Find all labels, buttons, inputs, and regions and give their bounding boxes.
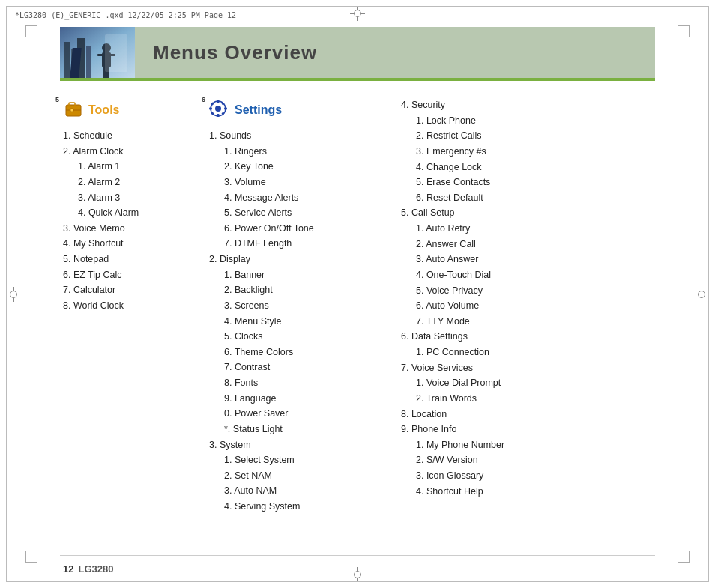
tools-list: 1. Schedule2. Alarm Clock1. Alarm 12. Al…: [60, 128, 206, 314]
settings-list-item: 5. Service Alerts: [209, 205, 386, 221]
settings-list-item: 6. Theme Colors: [209, 345, 386, 360]
tools-list-item: 3. Voice Memo: [63, 221, 206, 237]
header-title: Menus Overview: [153, 41, 317, 64]
top-bar: *LG3280-(E)_GENERIC .qxd 12/22/05 2:25 P…: [6, 6, 709, 25]
settings-list-item: 4. Message Alerts: [209, 190, 386, 206]
svg-rect-21: [209, 108, 212, 110]
security-list: 4. Security1. Lock Phone2. Restrict Call…: [401, 97, 655, 499]
footer: 12 LG3280: [60, 555, 655, 582]
right-list-item: 5. Erase Contacts: [401, 175, 655, 190]
right-list-item: 1. Lock Phone: [401, 113, 655, 129]
tools-number: 5: [55, 96, 59, 103]
settings-list-item: 1. Select System: [209, 452, 386, 468]
settings-list-item: 7. DTMF Length: [209, 236, 386, 252]
tools-list-item: 1. Schedule: [63, 128, 206, 144]
settings-icon: [206, 97, 230, 120]
tools-column: 5 Tools 1. Schedule2. Alarm Clock1. Alar…: [60, 88, 206, 551]
svg-rect-9: [109, 54, 115, 56]
svg-rect-12: [60, 27, 135, 78]
right-list-item: 1. Auto Retry: [401, 221, 655, 237]
tools-list-item: 3. Alarm 3: [63, 190, 206, 206]
right-list-item: 4. Change Lock: [401, 160, 655, 175]
right-list-item: 7. Voice Services: [401, 360, 655, 376]
svg-rect-22: [224, 108, 227, 110]
right-list-item: 2. S/W Version: [401, 452, 655, 468]
settings-number: 6: [202, 96, 205, 103]
settings-list-item: 2. Display: [209, 252, 386, 267]
right-list-item: 2. Answer Call: [401, 237, 655, 252]
header: Menus Overview: [60, 27, 655, 78]
svg-rect-3: [71, 49, 76, 78]
settings-list-item: 9. Language: [209, 391, 386, 407]
right-list-item: 3. Auto Answer: [401, 252, 655, 267]
tools-list-item: 1. Alarm 1: [63, 159, 206, 175]
right-list-item: 5. Call Setup: [401, 205, 655, 221]
right-list-item: 3. Icon Glossary: [401, 468, 655, 484]
right-list-item: 6. Reset Default: [401, 190, 655, 206]
page-number: 12: [63, 563, 73, 575]
tools-section-header: 5 Tools: [60, 97, 206, 122]
tools-list-item: 6. EZ Tip Calc: [63, 267, 206, 283]
right-list-item: 3. Emergency #s: [401, 144, 655, 160]
tools-list-item: 4. My Shortcut: [63, 236, 206, 252]
right-column: 4. Security1. Lock Phone2. Restrict Call…: [386, 88, 655, 551]
right-list-item: 2. Train Words: [401, 391, 655, 407]
settings-column: 6 Settings 1. Sounds1. Ri: [206, 88, 386, 551]
tools-list-item: 2. Alarm Clock: [63, 144, 206, 160]
settings-list-item: 2. Set NAM: [209, 468, 386, 484]
settings-list-item: 1. Banner: [209, 267, 386, 283]
settings-title: Settings: [235, 103, 282, 117]
right-list-item: 6. Data Settings: [401, 329, 655, 345]
settings-list-item: 8. Fonts: [209, 375, 386, 391]
top-bar-text: *LG3280-(E)_GENERIC .qxd 12/22/05 2:25 P…: [15, 11, 236, 19]
header-image-svg: [60, 27, 135, 78]
right-list-item: 5. Voice Privacy: [401, 283, 655, 299]
settings-list-item: 4. Serving System: [209, 499, 386, 515]
accent-bar: [60, 78, 655, 81]
svg-rect-19: [217, 100, 220, 103]
right-list-item: 4. Security: [401, 97, 655, 113]
svg-point-18: [215, 106, 221, 112]
right-list-item: 1. PC Connection: [401, 345, 655, 360]
settings-list-item: 4. Menu Style: [209, 314, 386, 330]
settings-list-item: *. Status Light: [209, 422, 386, 437]
tools-title: Tools: [88, 103, 119, 117]
right-list-item: 9. Phone Info: [401, 422, 655, 437]
tools-list-item: 7. Calculator: [63, 282, 206, 298]
header-image: [60, 27, 135, 78]
settings-list-item: 1. Ringers: [209, 144, 386, 160]
main-content: 5 Tools 1. Schedule2. Alarm Clock1. Alar…: [60, 88, 655, 551]
footer-content: 12 LG3280: [63, 563, 113, 575]
settings-section-header: 6 Settings: [206, 97, 386, 122]
settings-list-item: 7. Contrast: [209, 360, 386, 375]
settings-list: 1. Sounds1. Ringers2. Key Tone3. Volume4…: [206, 128, 386, 515]
right-list-item: 1. My Phone Number: [401, 437, 655, 453]
tools-list-item: 2. Alarm 2: [63, 175, 206, 190]
right-list-item: 4. One-Touch Dial: [401, 267, 655, 283]
tools-list-item: 8. World Clock: [63, 298, 206, 314]
settings-list-item: 0. Power Saver: [209, 406, 386, 422]
settings-list-item: 6. Power On/Off Tone: [209, 221, 386, 237]
footer-model: LG3280: [78, 563, 113, 575]
tools-list-item: 4. Quick Alarm: [63, 205, 206, 221]
settings-list-item: 3. Screens: [209, 298, 386, 314]
settings-list-item: 5. Clocks: [209, 329, 386, 345]
settings-list-item: 3. System: [209, 437, 386, 453]
svg-rect-20: [217, 114, 220, 117]
settings-list-item: 1. Sounds: [209, 128, 386, 144]
header-title-area: Menus Overview: [135, 27, 655, 78]
tools-icon: [60, 97, 84, 120]
right-list-item: 1. Voice Dial Prompt: [401, 375, 655, 391]
settings-list-item: 3. Auto NAM: [209, 483, 386, 499]
settings-list-item: 2. Backlight: [209, 282, 386, 298]
settings-list-item: 3. Volume: [209, 175, 386, 190]
tools-list-item: 5. Notepad: [63, 252, 206, 267]
right-list-item: 2. Restrict Calls: [401, 128, 655, 144]
settings-list-item: 2. Key Tone: [209, 159, 386, 175]
right-list-item: 6. Auto Volume: [401, 298, 655, 314]
right-list-item: 4. Shortcut Help: [401, 484, 655, 500]
right-list-item: 8. Location: [401, 407, 655, 422]
right-list-item: 7. TTY Mode: [401, 314, 655, 330]
svg-rect-16: [70, 109, 73, 112]
